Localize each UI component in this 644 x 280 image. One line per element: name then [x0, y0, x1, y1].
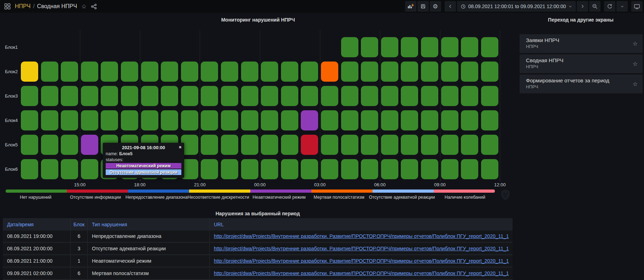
column-header-url[interactable]: URL — [210, 218, 513, 231]
heatmap-cell[interactable] — [61, 135, 78, 155]
dashboards-button[interactable] — [4, 3, 11, 10]
heatmap-cell[interactable] — [441, 86, 458, 106]
heatmap-cell[interactable] — [221, 135, 238, 155]
heatmap-cell[interactable] — [381, 159, 398, 179]
heatmap-cell[interactable] — [301, 62, 318, 82]
heatmap-cell[interactable] — [281, 110, 298, 130]
heatmap-cell[interactable] — [421, 110, 438, 130]
heatmap-cell[interactable] — [181, 110, 198, 130]
heatmap-cell[interactable] — [481, 110, 498, 130]
dashboard-settings-button[interactable]: ⚙ — [430, 1, 441, 12]
heatmap-cell[interactable] — [41, 159, 58, 179]
heatmap-cell[interactable] — [361, 37, 378, 57]
heatmap-cell[interactable] — [241, 159, 258, 179]
heatmap-cell[interactable] — [101, 86, 118, 106]
heatmap-cell[interactable] — [221, 110, 238, 130]
heatmap-cell[interactable] — [241, 62, 258, 82]
dashboard-link-item[interactable]: Формирование отчетов за периодНПРЧ☆ — [520, 75, 643, 93]
heatmap-cell[interactable] — [201, 110, 218, 130]
heatmap-cell[interactable] — [21, 159, 38, 179]
heatmap-cell[interactable] — [281, 62, 298, 82]
heatmap-cell[interactable] — [461, 86, 478, 106]
dashboard-link-item[interactable]: Заявки НПРЧНПРЧ☆ — [520, 34, 643, 53]
favorite-star-button[interactable]: ☆ — [633, 81, 638, 87]
add-panel-button[interactable] — [405, 1, 416, 12]
favorite-star-button[interactable]: ☆ — [633, 40, 638, 47]
heatmap-cell[interactable] — [361, 62, 378, 82]
favorite-star-button[interactable]: ☆ — [633, 60, 638, 67]
heatmap-cell[interactable] — [61, 110, 78, 130]
share-button[interactable] — [91, 4, 97, 10]
heatmap-cell[interactable] — [241, 110, 258, 130]
heatmap-cell[interactable] — [361, 135, 378, 155]
heatmap-cell[interactable] — [321, 159, 338, 179]
heatmap-cell[interactable] — [161, 86, 178, 106]
heatmap-cell[interactable] — [441, 110, 458, 130]
heatmap-cell[interactable] — [321, 135, 338, 155]
heatmap-cell[interactable] — [381, 86, 398, 106]
heatmap-cell[interactable] — [361, 110, 378, 130]
refresh-button[interactable] — [604, 1, 615, 12]
heatmap-cell[interactable] — [461, 37, 478, 57]
heatmap-cell[interactable] — [201, 62, 218, 82]
heatmap-cell[interactable] — [481, 159, 498, 179]
heatmap-cell[interactable] — [21, 62, 38, 82]
heatmap-cell[interactable] — [281, 159, 298, 179]
heatmap-cell[interactable] — [481, 86, 498, 106]
heatmap-cell[interactable] — [41, 86, 58, 106]
heatmap-cell[interactable] — [221, 86, 238, 106]
heatmap-cell[interactable] — [421, 159, 438, 179]
column-header-datetime[interactable]: Дата/время — [3, 218, 71, 231]
heatmap-cell[interactable] — [121, 62, 138, 82]
heatmap-cell[interactable] — [381, 110, 398, 130]
heatmap-cell[interactable] — [321, 110, 338, 130]
heatmap-cell[interactable] — [241, 86, 258, 106]
heatmap-cell[interactable] — [421, 86, 438, 106]
heatmap-cell[interactable] — [441, 135, 458, 155]
heatmap-cell[interactable] — [81, 86, 98, 106]
heatmap-cell[interactable] — [381, 62, 398, 82]
heatmap-cell[interactable] — [261, 62, 278, 82]
heatmap-cell[interactable] — [481, 62, 498, 82]
heatmap-cell[interactable] — [461, 135, 478, 155]
heatmap-cell[interactable] — [341, 37, 358, 57]
heatmap-cell[interactable] — [281, 135, 298, 155]
heatmap-cell[interactable] — [481, 135, 498, 155]
heatmap-cell[interactable] — [261, 110, 278, 130]
heatmap-cell[interactable] — [401, 110, 418, 130]
heatmap-cell[interactable] — [41, 62, 58, 82]
heatmap-cell[interactable] — [21, 86, 38, 106]
time-picker-button[interactable]: 08.09.2021 12:00:01 to 09.09.2021 12:00:… — [457, 1, 576, 12]
heatmap-cell[interactable] — [361, 86, 378, 106]
heatmap-cell[interactable] — [221, 159, 238, 179]
column-header-block[interactable]: Блок — [71, 218, 88, 231]
favorite-button[interactable]: ☆ — [81, 4, 87, 10]
heatmap-cell[interactable] — [261, 135, 278, 155]
heatmap-cell[interactable] — [341, 110, 358, 130]
heatmap-cell[interactable] — [301, 135, 318, 155]
heatmap-cell[interactable] — [421, 62, 438, 82]
report-url-link[interactable]: http://project/dwa/Projects/Внутренние р… — [214, 270, 509, 276]
heatmap-cell[interactable] — [81, 135, 98, 155]
heatmap-cell[interactable] — [401, 86, 418, 106]
report-url-link[interactable]: http://project/dwa/Projects/Внутренние р… — [214, 233, 509, 239]
heatmap-cell[interactable] — [341, 86, 358, 106]
heatmap-cell[interactable] — [41, 135, 58, 155]
time-back-button[interactable] — [445, 1, 456, 12]
heatmap-cell[interactable] — [321, 86, 338, 106]
heatmap-cell[interactable] — [301, 159, 318, 179]
heatmap-cell[interactable] — [381, 135, 398, 155]
heatmap-cell[interactable] — [321, 62, 338, 82]
heatmap-cell[interactable] — [441, 159, 458, 179]
heatmap-cell[interactable] — [101, 110, 118, 130]
heatmap-cell[interactable] — [81, 62, 98, 82]
breadcrumb-folder[interactable]: НПРЧ — [15, 3, 30, 9]
breadcrumb-dashboard[interactable]: Сводная НПРЧ — [37, 3, 77, 9]
heatmap-cell[interactable] — [61, 86, 78, 106]
heatmap-cell[interactable] — [461, 110, 478, 130]
kiosk-button[interactable] — [631, 1, 643, 12]
zoom-out-button[interactable] — [589, 1, 601, 12]
heatmap-cell[interactable] — [101, 62, 118, 82]
heatmap-cell[interactable] — [21, 135, 38, 155]
column-header-type[interactable]: Тип нарушения — [88, 218, 210, 231]
